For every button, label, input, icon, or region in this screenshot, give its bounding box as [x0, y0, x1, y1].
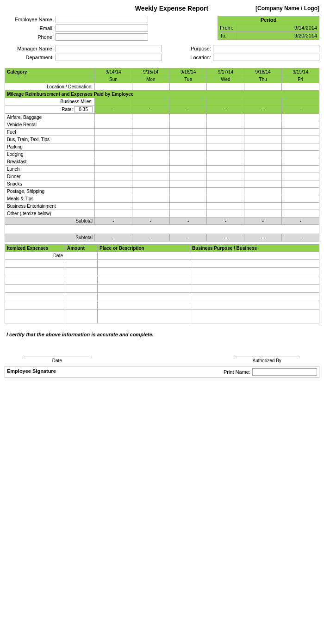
- rate-input[interactable]: [74, 106, 93, 112]
- day-col-4: Wed: [207, 76, 244, 83]
- dept-input[interactable]: [56, 54, 162, 61]
- mileage-section-header: Mileage Reimbursement and Expenses Paid …: [5, 91, 319, 98]
- table-row: Airfare, Baggage: [5, 114, 319, 121]
- category-other: Other (Itemize below): [5, 210, 95, 217]
- date-col-4: 9/17/14: [207, 68, 244, 76]
- manager-name-input[interactable]: [56, 45, 162, 52]
- certify-text: I certify that the above information is …: [5, 328, 319, 341]
- business-miles-label: Business Miles:: [5, 98, 95, 105]
- category-entertainment: Business Entertainment: [5, 203, 95, 210]
- itemized-row: [5, 260, 319, 268]
- itemized-row: [5, 276, 319, 285]
- rate-dash-4: -: [207, 105, 244, 114]
- authorized-by-label: Authorized By: [214, 358, 319, 363]
- table-row: Snacks: [5, 180, 319, 188]
- to-value: 9/20/2014: [237, 32, 319, 39]
- table-row: Meals & Tips: [5, 195, 319, 203]
- employee-name-input[interactable]: [56, 16, 148, 23]
- table-row: Vehicle Rental: [5, 121, 319, 129]
- location-dest-5[interactable]: [244, 83, 282, 91]
- table-row: Bus, Train, Taxi, Tips: [5, 136, 319, 143]
- company-name: [Company Name / Logo]: [255, 5, 319, 12]
- rate-dash-2: -: [132, 105, 169, 114]
- location-dest-6[interactable]: [282, 83, 319, 91]
- expense-table: Category 9/14/14 9/15/14 9/16/14 9/17/14…: [5, 68, 319, 242]
- period-label: Period: [218, 16, 319, 24]
- employee-name-label: Employee Name:: [5, 17, 56, 22]
- category-vehicle: Vehicle Rental: [5, 121, 95, 129]
- subtotal-row-1: Subtotal - - - - - -: [5, 217, 319, 225]
- rate-label: Rate:: [5, 105, 95, 114]
- table-row: Business Entertainment: [5, 203, 319, 210]
- report-title: Weekly Expense Report: [88, 5, 255, 12]
- table-row: Other (Itemize below): [5, 210, 319, 217]
- location-label: Location:: [162, 55, 213, 60]
- day-col-6: Fri: [282, 76, 319, 83]
- phone-input[interactable]: [56, 33, 148, 41]
- table-row: Fuel: [5, 129, 319, 136]
- itemized-row-last: [5, 310, 319, 323]
- category-fuel: Fuel: [5, 129, 95, 136]
- purpose-header: Business Purpose / Business: [190, 245, 319, 252]
- date-col-2: 9/15/14: [132, 68, 169, 76]
- day-col-3: Tue: [169, 76, 207, 83]
- location-dest-label: Location / Destination:: [5, 83, 95, 91]
- table-row: Lunch: [5, 166, 319, 173]
- category-breakfast: Breakfast: [5, 158, 95, 166]
- purpose-input[interactable]: [213, 45, 319, 52]
- print-name-input[interactable]: [252, 368, 317, 376]
- rate-dash-6: -: [282, 105, 319, 114]
- employee-sig-label: Employee Signature: [5, 366, 222, 378]
- date-sig-label: Date: [5, 358, 110, 363]
- rate-dash-5: -: [244, 105, 282, 114]
- itemized-row: [5, 285, 319, 293]
- itemized-table: Itemized Expenses Amount Place or Descri…: [5, 244, 319, 323]
- itemized-header: Itemized Expenses: [5, 245, 65, 252]
- airfare-1[interactable]: [95, 114, 132, 121]
- category-parking: Parking: [5, 143, 95, 151]
- itemized-row: [5, 293, 319, 301]
- date-col-3: 9/16/14: [169, 68, 207, 76]
- itemized-row: [5, 301, 319, 310]
- rate-dash-3: -: [169, 105, 207, 114]
- category-snacks: Snacks: [5, 180, 95, 188]
- date-col-header: Date: [5, 252, 65, 260]
- location-dest-4[interactable]: [207, 83, 244, 91]
- itemized-row: [5, 268, 319, 276]
- category-lodging: Lodging: [5, 151, 95, 158]
- place-header: Place or Description: [98, 245, 190, 252]
- day-col-5: Thu: [244, 76, 282, 83]
- email-input[interactable]: [56, 25, 148, 32]
- dept-label: Department:: [5, 55, 56, 60]
- location-dest-1[interactable]: [95, 83, 132, 91]
- from-value: 9/14/2014: [237, 24, 319, 31]
- day-col-1: Sun: [95, 76, 132, 83]
- date-col-6: 9/19/14: [282, 68, 319, 76]
- date-col-1: 9/14/14: [95, 68, 132, 76]
- from-label: From:: [218, 24, 237, 31]
- category-postage: Postage, Shipping: [5, 188, 95, 195]
- table-row: Postage, Shipping: [5, 188, 319, 195]
- category-header: Category: [5, 68, 95, 76]
- email-label: Email:: [5, 25, 56, 31]
- table-row: Breakfast: [5, 158, 319, 166]
- category-dinner: Dinner: [5, 173, 95, 180]
- category-lunch: Lunch: [5, 166, 95, 173]
- location-dest-3[interactable]: [169, 83, 207, 91]
- manager-name-label: Manager Name:: [5, 46, 56, 51]
- print-name-label: Print Name:: [224, 369, 250, 375]
- table-row: Lodging: [5, 151, 319, 158]
- date-col-5: 9/18/14: [244, 68, 282, 76]
- day-col-2: Mon: [132, 76, 169, 83]
- location-input[interactable]: [213, 54, 319, 61]
- amount-header: Amount: [65, 245, 98, 252]
- spacer-row: [5, 225, 319, 234]
- location-dest-2[interactable]: [132, 83, 169, 91]
- to-label: To:: [218, 32, 237, 39]
- subtotal-row-2: Subtotal - - - - - -: [5, 234, 319, 242]
- table-row: Dinner: [5, 173, 319, 180]
- category-meals: Meals & Tips: [5, 195, 95, 203]
- purpose-label: Purpose:: [162, 46, 213, 51]
- subtotal-label-1: Subtotal: [5, 217, 95, 225]
- phone-label: Phone:: [5, 34, 56, 40]
